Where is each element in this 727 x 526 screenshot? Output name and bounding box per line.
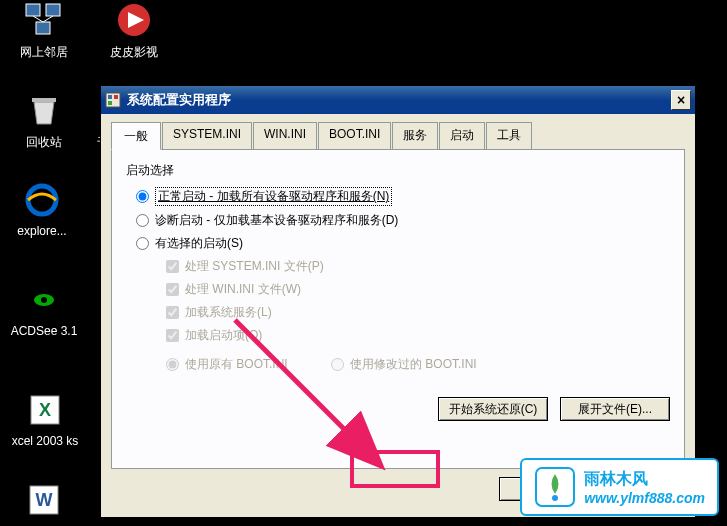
tab-win-ini[interactable]: WIN.INI [253, 122, 317, 149]
desktop-icon-excel[interactable]: X xcel 2003 ks [0, 390, 90, 448]
watermark-logo-icon [534, 466, 576, 508]
check-win-ini-input [166, 283, 179, 296]
svg-point-8 [28, 186, 56, 214]
radio-original-boot-label: 使用原有 BOOT.INI [185, 356, 288, 373]
check-win-ini-label: 处理 WIN.INI 文件(W) [185, 281, 301, 298]
acdsee-icon [24, 280, 64, 320]
desktop-icon-label: ACDSee 3.1 [4, 324, 84, 338]
expand-files-button[interactable]: 展开文件(E)... [560, 397, 670, 421]
svg-line-3 [33, 16, 43, 22]
desktop-icon-label: 回收站 [4, 134, 84, 151]
word-icon: W [24, 480, 64, 520]
svg-rect-18 [114, 95, 118, 99]
check-startup-input [166, 329, 179, 342]
system-restore-button[interactable]: 开始系统还原(C) [438, 397, 548, 421]
close-button[interactable]: × [671, 90, 691, 110]
watermark: 雨林木风 www.ylmf888.com [520, 458, 719, 516]
tab-services[interactable]: 服务 [392, 122, 438, 149]
msconfig-dialog: 系统配置实用程序 × 一般 SYSTEM.INI WIN.INI BOOT.IN… [100, 85, 696, 518]
desktop-icon-ie[interactable]: explore... [2, 180, 82, 238]
svg-rect-7 [32, 98, 56, 102]
radio-diagnostic-input[interactable] [136, 214, 149, 227]
ie-icon [22, 180, 62, 220]
svg-rect-17 [108, 95, 112, 99]
radio-normal-label: 正常启动 - 加载所有设备驱动程序和服务(N) [155, 187, 392, 206]
radio-original-boot: 使用原有 BOOT.INI [166, 356, 288, 373]
check-system-ini-input [166, 260, 179, 273]
radio-original-boot-input [166, 358, 179, 371]
check-startup-label: 加载启动项(O) [185, 327, 262, 344]
tab-startup[interactable]: 启动 [439, 122, 485, 149]
media-icon [114, 0, 154, 40]
radio-selective-label: 有选择的启动(S) [155, 235, 243, 252]
tab-tools[interactable]: 工具 [486, 122, 532, 149]
desktop-icon-pipi[interactable]: 皮皮影视 [94, 0, 174, 61]
radio-modified-boot-label: 使用修改过的 BOOT.INI [350, 356, 477, 373]
check-services-label: 加载系统服务(L) [185, 304, 272, 321]
tab-boot-ini[interactable]: BOOT.INI [318, 122, 391, 149]
recycle-bin-icon [24, 90, 64, 130]
check-win-ini: 处理 WIN.INI 文件(W) [166, 281, 670, 298]
watermark-title: 雨林木风 [584, 469, 705, 490]
svg-rect-0 [26, 4, 40, 16]
tab-system-ini[interactable]: SYSTEM.INI [162, 122, 252, 149]
watermark-text: 雨林木风 www.ylmf888.com [584, 469, 705, 506]
svg-point-23 [552, 495, 558, 501]
window-title: 系统配置实用程序 [127, 91, 671, 109]
radio-modified-boot: 使用修改过的 BOOT.INI [331, 356, 477, 373]
watermark-url: www.ylmf888.com [584, 490, 705, 506]
svg-rect-1 [46, 4, 60, 16]
network-icon [24, 0, 64, 40]
desktop-icon-network[interactable]: 网上邻居 [4, 0, 84, 61]
tab-strip: 一般 SYSTEM.INI WIN.INI BOOT.INI 服务 启动 工具 [111, 122, 685, 150]
svg-text:X: X [39, 400, 51, 420]
radio-diagnostic-label: 诊断启动 - 仅加载基本设备驱动程序和服务(D) [155, 212, 398, 229]
radio-selective-input[interactable] [136, 237, 149, 250]
svg-text:W: W [36, 490, 53, 510]
desktop-icon-label: 网上邻居 [4, 44, 84, 61]
check-services: 加载系统服务(L) [166, 304, 670, 321]
startup-selection-label: 启动选择 [126, 162, 670, 179]
radio-selective-startup[interactable]: 有选择的启动(S) [136, 235, 670, 252]
check-system-ini-label: 处理 SYSTEM.INI 文件(P) [185, 258, 324, 275]
app-icon [105, 92, 121, 108]
check-services-input [166, 306, 179, 319]
tab-general[interactable]: 一般 [111, 122, 161, 150]
desktop-icon-label: explore... [2, 224, 82, 238]
desktop-icon-label: 皮皮影视 [94, 44, 174, 61]
desktop-icon-word[interactable]: W [4, 480, 84, 524]
radio-modified-boot-input [331, 358, 344, 371]
desktop-icon-acdsee[interactable]: ACDSee 3.1 [4, 280, 84, 338]
radio-normal-startup[interactable]: 正常启动 - 加载所有设备驱动程序和服务(N) [136, 187, 670, 206]
tab-panel-general: 启动选择 正常启动 - 加载所有设备驱动程序和服务(N) 诊断启动 - 仅加载基… [111, 149, 685, 469]
svg-rect-2 [36, 22, 50, 34]
excel-icon: X [25, 390, 65, 430]
check-startup: 加载启动项(O) [166, 327, 670, 344]
radio-normal-input[interactable] [136, 190, 149, 203]
svg-rect-19 [108, 101, 112, 105]
titlebar[interactable]: 系统配置实用程序 × [101, 86, 695, 114]
radio-diagnostic-startup[interactable]: 诊断启动 - 仅加载基本设备驱动程序和服务(D) [136, 212, 670, 229]
svg-line-4 [43, 16, 53, 22]
svg-point-11 [41, 297, 47, 303]
check-system-ini: 处理 SYSTEM.INI 文件(P) [166, 258, 670, 275]
desktop-icon-label: xcel 2003 ks [0, 434, 90, 448]
desktop-icon-recycle[interactable]: 回收站 [4, 90, 84, 151]
